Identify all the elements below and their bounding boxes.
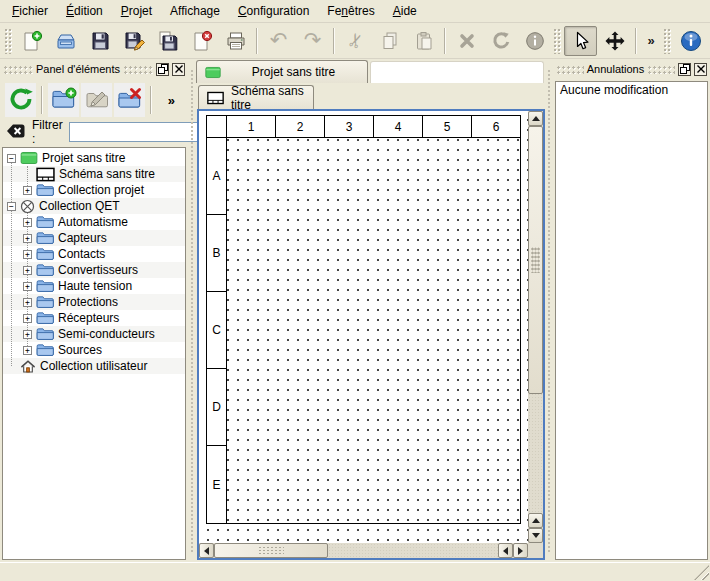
- toolbar-drag-handle[interactable]: [663, 28, 671, 54]
- left-splitter[interactable]: [188, 59, 196, 562]
- resize-grip[interactable]: [694, 565, 709, 580]
- column-header: 1: [227, 116, 276, 137]
- tree-item-label: Contacts: [58, 247, 105, 261]
- horizontal-scroll-thumb[interactable]: [214, 543, 328, 558]
- row-header: A: [207, 138, 226, 215]
- expand-icon[interactable]: +: [23, 314, 32, 323]
- collapse-icon[interactable]: −: [7, 154, 16, 163]
- expand-icon[interactable]: +: [23, 330, 32, 339]
- tree-item-re-cepteurs[interactable]: +Récepteurs: [3, 310, 185, 326]
- delete-button[interactable]: [450, 26, 483, 56]
- scroll-left-button-2[interactable]: [498, 543, 513, 558]
- tab-project[interactable]: Projet sans titre: [196, 60, 368, 83]
- collapse-icon[interactable]: −: [7, 202, 16, 211]
- mode-toolbar-overflow-button[interactable]: »: [641, 26, 661, 56]
- tab-diagram[interactable]: Schéma sans titre: [198, 85, 314, 109]
- tree-item-haute-tension[interactable]: +Haute tension: [3, 278, 185, 294]
- new-project-button[interactable]: [15, 26, 48, 56]
- menu-fenetres[interactable]: Fenêtres: [318, 1, 383, 21]
- edit-element-button[interactable]: [81, 83, 112, 117]
- save-all-button[interactable]: [151, 26, 184, 56]
- tree-item-protections[interactable]: +Protections: [3, 294, 185, 310]
- vertical-scrollbar[interactable]: [528, 111, 543, 543]
- save-as-button[interactable]: [117, 26, 150, 56]
- close-panel-button[interactable]: [172, 63, 185, 76]
- tree-item-label: Capteurs: [58, 231, 107, 245]
- open-project-button[interactable]: [49, 26, 82, 56]
- scroll-up-button-2[interactable]: [528, 513, 543, 528]
- horizontal-scrollbar[interactable]: [199, 543, 528, 558]
- delete-element-button[interactable]: [114, 83, 145, 117]
- scroll-up-button[interactable]: [528, 111, 543, 126]
- scroll-down-button[interactable]: [528, 528, 543, 543]
- select-cursor-icon: [570, 30, 592, 52]
- menu-projet[interactable]: Projet: [112, 1, 161, 21]
- column-header: 4: [374, 116, 423, 137]
- paste-button[interactable]: [407, 26, 440, 56]
- tree-item-sources[interactable]: +Sources: [3, 342, 185, 358]
- expand-icon[interactable]: +: [23, 346, 32, 355]
- tree-item-collection-qet[interactable]: −Collection QET: [3, 198, 185, 214]
- new-element-button[interactable]: [48, 83, 79, 117]
- menu-edition[interactable]: Édition: [57, 1, 112, 21]
- expand-icon[interactable]: +: [23, 218, 32, 227]
- elements-toolbar-overflow-button[interactable]: »: [168, 83, 175, 117]
- tree-item-collection-utilisateur[interactable]: Collection utilisateur: [3, 358, 185, 374]
- toolbar-separator: [41, 86, 43, 114]
- float-panel-button[interactable]: [156, 63, 169, 76]
- move-mode-button[interactable]: [598, 26, 631, 56]
- element-info-button[interactable]: [518, 26, 551, 56]
- select-mode-button[interactable]: [564, 26, 597, 56]
- rotate-button[interactable]: [484, 26, 517, 56]
- toolbar-separator: [333, 28, 335, 54]
- column-header: 2: [276, 116, 325, 137]
- tree-item-contacts[interactable]: +Contacts: [3, 246, 185, 262]
- print-button[interactable]: [219, 26, 252, 56]
- undo-list-item[interactable]: Aucune modification: [556, 82, 707, 99]
- menu-affichage[interactable]: Affichage: [161, 1, 229, 21]
- expand-icon[interactable]: +: [23, 186, 32, 195]
- toolbar-drag-handle[interactable]: [553, 28, 561, 54]
- scroll-right-button[interactable]: [513, 543, 528, 558]
- expand-icon[interactable]: +: [23, 298, 32, 307]
- menu-aide[interactable]: Aide: [384, 1, 426, 21]
- expand-icon[interactable]: +: [23, 282, 32, 291]
- row-header: C: [207, 292, 226, 369]
- main-toolbar: ↶ ↷ ✂: [0, 23, 710, 59]
- right-splitter[interactable]: [546, 59, 553, 562]
- folder-icon: [36, 343, 54, 357]
- expand-icon[interactable]: +: [23, 250, 32, 259]
- expand-icon[interactable]: +: [23, 266, 32, 275]
- arrow-left-icon: [503, 547, 508, 555]
- about-qet-button[interactable]: [674, 26, 707, 56]
- float-panel-button[interactable]: [678, 63, 691, 76]
- tree-item-projet-sans-titre[interactable]: −Projet sans titre: [3, 150, 185, 166]
- close-panel-button[interactable]: [694, 63, 707, 76]
- row-headers: ABCDE: [207, 138, 227, 523]
- tree-item-semi-conducteurs[interactable]: +Semi-conducteurs: [3, 326, 185, 342]
- tree-item-automatisme[interactable]: +Automatisme: [3, 214, 185, 230]
- tree-item-convertisseurs[interactable]: +Convertisseurs: [3, 262, 185, 278]
- elements-panel-title: Panel d'éléments: [36, 63, 120, 75]
- reload-collections-button[interactable]: [5, 83, 36, 117]
- cut-button[interactable]: ✂: [339, 26, 372, 56]
- tree-item-sche-ma-sans-titre[interactable]: Schéma sans titre: [3, 166, 185, 182]
- menu-configuration[interactable]: Configuration: [229, 1, 318, 21]
- close-file-button[interactable]: [185, 26, 218, 56]
- toolbar-drag-handle[interactable]: [4, 28, 12, 54]
- expand-icon[interactable]: +: [23, 234, 32, 243]
- tree-item-collection-projet[interactable]: +Collection projet: [3, 182, 185, 198]
- tree-item-capteurs[interactable]: +Capteurs: [3, 230, 185, 246]
- tree-item-label: Automatisme: [58, 215, 128, 229]
- scroll-left-button[interactable]: [199, 543, 214, 558]
- schema-icon: [207, 91, 224, 105]
- undo-button[interactable]: ↶: [262, 26, 295, 56]
- vertical-scroll-thumb[interactable]: [528, 126, 543, 394]
- save-button[interactable]: [83, 26, 116, 56]
- clear-filter-button[interactable]: [6, 122, 26, 143]
- redo-button[interactable]: ↷: [296, 26, 329, 56]
- row-header: B: [207, 215, 226, 292]
- diagram-canvas[interactable]: 123456 ABCDE: [199, 111, 528, 543]
- menu-fichier[interactable]: Fichier: [3, 1, 57, 21]
- copy-button[interactable]: [373, 26, 406, 56]
